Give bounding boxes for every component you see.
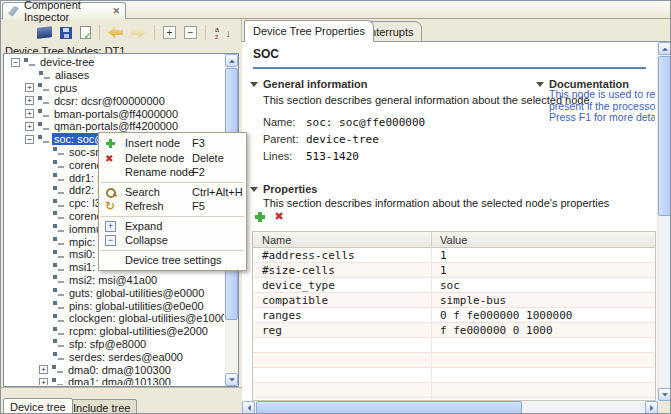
tree-node[interactable]: +dcsr: dcsr@f00000000	[5, 94, 224, 107]
menu-item-expand[interactable]: +Expand	[99, 219, 246, 234]
tree-node[interactable]: aliases	[5, 69, 224, 82]
tree-node[interactable]: +bman-portals@ff4000000	[5, 107, 224, 120]
scroll-up-icon[interactable]	[225, 54, 238, 67]
general-field-row: Name:soc: soc@ffe000000	[263, 116, 523, 129]
table-header-row: Name Value	[253, 232, 655, 248]
scrollbar-thumb[interactable]	[256, 401, 522, 414]
tree-node-label: sfp: sfp@e8000	[67, 338, 148, 350]
tree-node[interactable]: rcpm: global-utilities@e2000	[5, 325, 224, 338]
tree-node-label: clockgen: global-utilities@e1000	[67, 312, 224, 324]
table-row[interactable]: ranges0 f fe000000 1000000	[253, 308, 655, 323]
collapse-twistie-icon[interactable]	[250, 187, 258, 192]
import-icon[interactable]	[37, 26, 52, 39]
expander-plus-icon[interactable]: +	[25, 109, 34, 118]
cell-value: f fe000000 0 1000	[432, 323, 655, 337]
expand-icon: +	[105, 221, 116, 232]
table-row[interactable]: #size-cells1	[253, 263, 655, 278]
add-property-icon[interactable]	[253, 210, 267, 224]
tree-node[interactable]: clockgen: global-utilities@e1000	[5, 312, 224, 325]
properties-horizontal-scrollbar[interactable]	[242, 401, 658, 414]
tree-node[interactable]: +cpus	[5, 82, 224, 95]
tree-node[interactable]: +qman-portals@ff4200000	[5, 120, 224, 133]
forward-icon[interactable]	[131, 27, 146, 38]
menu-item-search[interactable]: SearchCtrl+Alt+H	[99, 185, 246, 200]
scroll-up-icon[interactable]	[658, 42, 671, 55]
tab-component-inspector[interactable]: Component Inspector ✕	[2, 2, 126, 19]
expander-plus-icon[interactable]: +	[39, 365, 48, 374]
cell-value	[432, 368, 655, 382]
component-inspector-window: Component Inspector ✕ + − az↓ Device Tre…	[0, 0, 671, 414]
expander-plus-icon[interactable]: +	[25, 83, 34, 92]
general-information-section-header: General information	[250, 78, 368, 90]
scroll-down-icon[interactable]	[225, 373, 238, 386]
tree-node[interactable]: +dma0: dma@100300	[5, 363, 224, 376]
tree-node-label: dma1: dma@101300	[66, 376, 173, 385]
save-icon[interactable]	[60, 27, 72, 39]
column-header-name[interactable]: Name	[253, 232, 432, 247]
table-row[interactable]: device_typesoc	[253, 278, 655, 293]
tree-node-label: msi2: msi@41a00	[67, 274, 159, 286]
device-node-icon	[53, 199, 64, 208]
tree-node[interactable]: sfp: sfp@e8000	[5, 338, 224, 351]
device-node-icon	[53, 314, 64, 323]
tree-context-menu: Insert nodeF3✖Delete nodeDeleteRename no…	[98, 132, 247, 271]
expand-all-icon[interactable]: +	[163, 26, 176, 39]
menu-item-delete-node[interactable]: ✖Delete nodeDelete	[99, 151, 246, 166]
tree-node[interactable]: msi2: msi@41a00	[5, 274, 224, 287]
scrollbar-thumb[interactable]	[658, 56, 671, 216]
table-row[interactable]: regf fe000000 0 1000	[253, 323, 655, 338]
table-row[interactable]: compatiblesimple-bus	[253, 293, 655, 308]
expander-plus-icon[interactable]: +	[39, 378, 48, 385]
validate-icon[interactable]	[80, 26, 91, 39]
device-node-icon	[38, 135, 49, 144]
collapse-twistie-icon[interactable]	[250, 82, 258, 87]
tree-node[interactable]: +dma1: dma@101300	[5, 376, 224, 385]
back-icon[interactable]	[108, 27, 123, 38]
device-node-icon	[53, 339, 64, 348]
tree-node[interactable]: pins: global-utilities@e0e00	[5, 299, 224, 312]
device-node-icon	[38, 109, 49, 118]
expander-plus-icon[interactable]: +	[25, 96, 34, 105]
menu-item-insert-node[interactable]: Insert nodeF3	[99, 136, 246, 151]
device-node-icon	[53, 263, 64, 272]
device-node-icon	[52, 365, 63, 374]
collapse-twistie-icon[interactable]	[536, 82, 544, 87]
tab-include-tree[interactable]: Include tree	[66, 399, 137, 414]
cell-name	[253, 353, 432, 367]
scroll-right-icon[interactable]	[645, 401, 658, 414]
cell-value	[432, 353, 655, 367]
scroll-down-icon[interactable]	[658, 388, 671, 401]
table-row-empty	[253, 338, 655, 353]
column-header-value[interactable]: Value	[432, 232, 655, 247]
table-row[interactable]: #address-cells1	[253, 248, 655, 263]
menu-item-label: Refresh	[125, 199, 164, 214]
tree-node-label: serdes: serdes@ea000	[67, 351, 185, 363]
sort-icon[interactable]: az↓	[214, 26, 231, 40]
left-toolbar: + − az↓	[1, 20, 239, 45]
menu-item-device-tree-settings[interactable]: Device tree settings	[99, 253, 246, 268]
device-node-icon	[38, 122, 49, 131]
tree-node[interactable]: serdes: serdes@ea000	[5, 350, 224, 363]
tree-node[interactable]: −device-tree	[5, 56, 224, 69]
cell-value: simple-bus	[432, 293, 655, 307]
cell-name: #size-cells	[253, 263, 432, 277]
expander-plus-icon[interactable]: +	[25, 122, 34, 131]
tab-device-tree[interactable]: Device tree	[3, 398, 73, 414]
menu-item-refresh[interactable]: ↻RefreshF5	[99, 199, 246, 214]
tree-node[interactable]: guts: global-utilities@e0000	[5, 286, 224, 299]
expander-minus-icon[interactable]: −	[25, 135, 34, 144]
cell-value	[432, 383, 655, 397]
menu-item-collapse[interactable]: −Collapse	[99, 233, 246, 248]
close-icon[interactable]: ✕	[112, 7, 120, 16]
tree-node-label: guts: global-utilities@e0000	[67, 287, 206, 299]
tab-device-tree-properties[interactable]: Device Tree Properties	[244, 20, 374, 42]
properties-vertical-scrollbar[interactable]	[658, 42, 671, 401]
delete-property-icon[interactable]: ✖	[272, 210, 286, 224]
expander-minus-icon[interactable]: −	[11, 58, 20, 67]
device-node-icon	[53, 224, 64, 233]
scroll-left-icon[interactable]	[242, 401, 255, 414]
cell-value	[432, 338, 655, 352]
menu-item-rename-node[interactable]: Rename nodeF2	[99, 165, 246, 180]
field-value: 513-1420	[306, 150, 359, 163]
collapse-all-icon[interactable]: −	[184, 26, 197, 39]
